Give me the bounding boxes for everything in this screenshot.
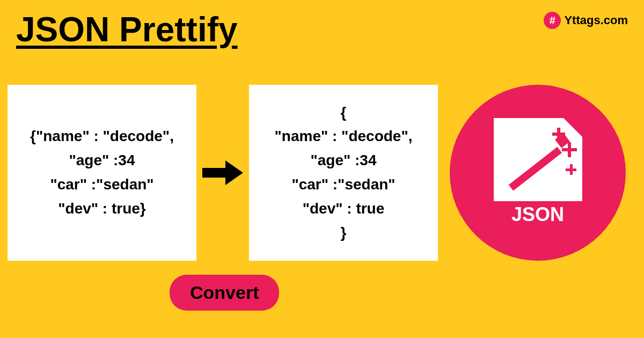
output-code-box: { "name" : "decode", "age" :34 "car" :"s… (249, 85, 438, 261)
svg-rect-0 (202, 168, 226, 178)
json-file-icon: JSON (488, 113, 588, 233)
json-label: JSON (511, 203, 564, 225)
json-badge: JSON (450, 85, 626, 261)
hashtag-icon: # (544, 12, 561, 29)
header: JSON Prettify (16, 10, 238, 49)
svg-rect-7 (562, 148, 577, 151)
brand-name: Yttags.com (564, 13, 628, 27)
svg-rect-5 (552, 133, 565, 136)
content-area: {"name" : "decode", "age" :34 "car" :"se… (8, 85, 438, 261)
svg-marker-1 (225, 160, 243, 185)
svg-rect-9 (566, 168, 576, 171)
input-code-box[interactable]: {"name" : "decode", "age" :34 "car" :"se… (8, 85, 196, 261)
convert-button[interactable]: Convert (170, 275, 279, 311)
arrow-right-icon (201, 159, 244, 186)
page-title: JSON Prettify (16, 10, 238, 49)
brand-icon-symbol: # (550, 14, 555, 27)
arrow-container (199, 159, 247, 186)
brand-logo[interactable]: # Yttags.com (544, 12, 628, 29)
